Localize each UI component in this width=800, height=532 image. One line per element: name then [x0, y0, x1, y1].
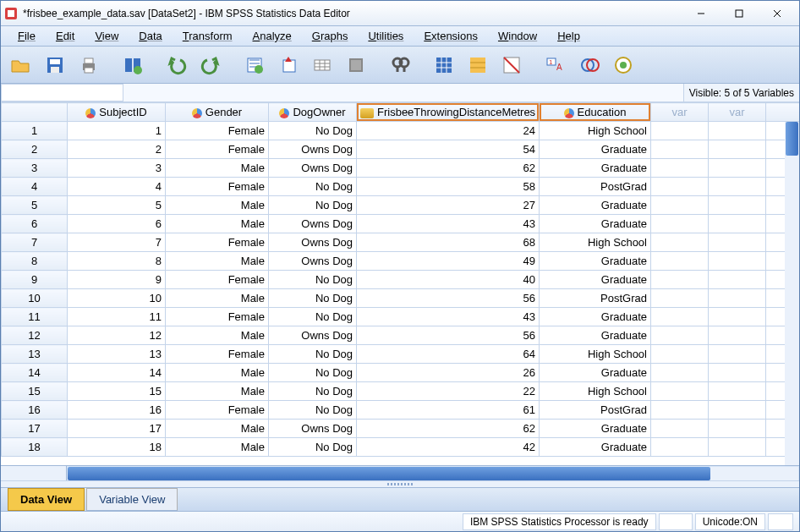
cell[interactable]: 62: [357, 420, 540, 438]
row-header[interactable]: 18: [2, 438, 68, 457]
cell[interactable]: High School: [540, 382, 651, 401]
row-header[interactable]: 1: [2, 122, 68, 140]
cell[interactable]: Male: [166, 326, 269, 345]
cell[interactable]: Owns Dog: [269, 233, 357, 252]
cell[interactable]: No Dog: [269, 196, 357, 215]
tab-variable-view[interactable]: Variable View: [86, 488, 178, 511]
column-header-gender[interactable]: Gender: [166, 103, 269, 122]
cell[interactable]: Male: [166, 364, 269, 382]
print-icon[interactable]: [74, 50, 104, 80]
table-row[interactable]: 77FemaleOwns Dog68High School: [2, 233, 800, 252]
row-header[interactable]: 8: [2, 252, 68, 271]
table-row[interactable]: 55MaleNo Dog27Graduate: [2, 196, 800, 215]
row-header[interactable]: 3: [2, 159, 68, 178]
cell[interactable]: Graduate: [540, 438, 651, 457]
cell[interactable]: 10: [68, 289, 166, 308]
redo-icon[interactable]: [195, 50, 226, 80]
cell[interactable]: 6: [68, 215, 166, 233]
row-header[interactable]: 2: [2, 140, 68, 159]
cell[interactable]: Female: [166, 140, 269, 159]
menu-help[interactable]: Help: [547, 28, 590, 44]
cell-empty[interactable]: [651, 438, 709, 457]
table-row[interactable]: 44FemaleNo Dog58PostGrad: [2, 178, 800, 196]
cell[interactable]: 2: [68, 140, 166, 159]
cell-empty[interactable]: [651, 401, 709, 420]
cell[interactable]: Graduate: [540, 308, 651, 326]
cell[interactable]: No Dog: [269, 382, 357, 401]
cell[interactable]: No Dog: [269, 401, 357, 420]
cell[interactable]: High School: [540, 122, 651, 140]
cell-empty[interactable]: [651, 252, 709, 271]
menu-transform[interactable]: Transform: [173, 28, 243, 44]
cell[interactable]: No Dog: [269, 438, 357, 457]
menu-analyze[interactable]: Analyze: [243, 28, 302, 44]
column-header-empty[interactable]: var: [709, 103, 766, 122]
cell[interactable]: Female: [166, 233, 269, 252]
cell[interactable]: 64: [357, 345, 540, 364]
cell[interactable]: 16: [68, 401, 166, 420]
cell[interactable]: 43: [357, 308, 540, 326]
cell-empty[interactable]: [651, 271, 709, 289]
customize-icon[interactable]: [608, 50, 638, 80]
cell[interactable]: 3: [68, 159, 166, 178]
cell-empty[interactable]: [709, 420, 766, 438]
cell[interactable]: Male: [166, 215, 269, 233]
cell[interactable]: 27: [357, 196, 540, 215]
cell[interactable]: Owns Dog: [269, 140, 357, 159]
cell[interactable]: 17: [68, 420, 166, 438]
cell-empty[interactable]: [709, 122, 766, 140]
cell[interactable]: Female: [166, 401, 269, 420]
table-row[interactable]: 99FemaleNo Dog40Graduate: [2, 271, 800, 289]
cell-empty[interactable]: [651, 215, 709, 233]
cell[interactable]: Graduate: [540, 215, 651, 233]
cell[interactable]: 24: [357, 122, 540, 140]
row-header[interactable]: 16: [2, 401, 68, 420]
cell[interactable]: Male: [166, 159, 269, 178]
cell-empty[interactable]: [651, 289, 709, 308]
cell-empty[interactable]: [709, 308, 766, 326]
cell[interactable]: 58: [357, 178, 540, 196]
cell-empty[interactable]: [651, 364, 709, 382]
resize-grip[interactable]: [1, 480, 799, 487]
cell[interactable]: 22: [357, 382, 540, 401]
row-header[interactable]: 13: [2, 345, 68, 364]
cell[interactable]: No Dog: [269, 289, 357, 308]
close-button[interactable]: [758, 1, 796, 25]
split-file-icon[interactable]: [429, 50, 459, 80]
table-row[interactable]: 1717MaleOwns Dog62Graduate: [2, 420, 800, 438]
menu-edit[interactable]: Edit: [46, 28, 85, 44]
select-cases-icon[interactable]: [496, 50, 527, 80]
cell-empty[interactable]: [709, 271, 766, 289]
cell-empty[interactable]: [709, 215, 766, 233]
cell-empty[interactable]: [709, 233, 766, 252]
table-row[interactable]: 88MaleOwns Dog49Graduate: [2, 252, 800, 271]
vertical-scrollbar[interactable]: [785, 122, 799, 465]
cell[interactable]: High School: [540, 233, 651, 252]
cell[interactable]: PostGrad: [540, 401, 651, 420]
cell[interactable]: 61: [357, 401, 540, 420]
cell[interactable]: 18: [68, 438, 166, 457]
cell[interactable]: No Dog: [269, 364, 357, 382]
column-header-dogowner[interactable]: DogOwner: [269, 103, 357, 122]
cell[interactable]: 68: [357, 233, 540, 252]
cell[interactable]: No Dog: [269, 308, 357, 326]
table-row[interactable]: 1414MaleNo Dog26Graduate: [2, 364, 800, 382]
goto-case-icon[interactable]: [239, 50, 270, 80]
cell[interactable]: Graduate: [540, 271, 651, 289]
cell[interactable]: Owns Dog: [269, 420, 357, 438]
column-header-frisbee[interactable]: FrisbeeThrowingDistanceMetres: [357, 103, 540, 122]
menu-data[interactable]: Data: [129, 28, 172, 44]
cell[interactable]: 13: [68, 345, 166, 364]
table-row[interactable]: 1111FemaleNo Dog43Graduate: [2, 308, 800, 326]
menu-graphs[interactable]: Graphs: [302, 28, 359, 44]
cell-empty[interactable]: [651, 233, 709, 252]
cell-empty[interactable]: [709, 252, 766, 271]
column-header-subjectid[interactable]: SubjectID: [68, 103, 166, 122]
cell-empty[interactable]: [709, 364, 766, 382]
row-header[interactable]: 11: [2, 308, 68, 326]
cell[interactable]: 11: [68, 308, 166, 326]
cell[interactable]: 49: [357, 252, 540, 271]
cell[interactable]: 5: [68, 196, 166, 215]
weight-cases-icon[interactable]: [463, 50, 493, 80]
save-icon[interactable]: [40, 50, 70, 80]
